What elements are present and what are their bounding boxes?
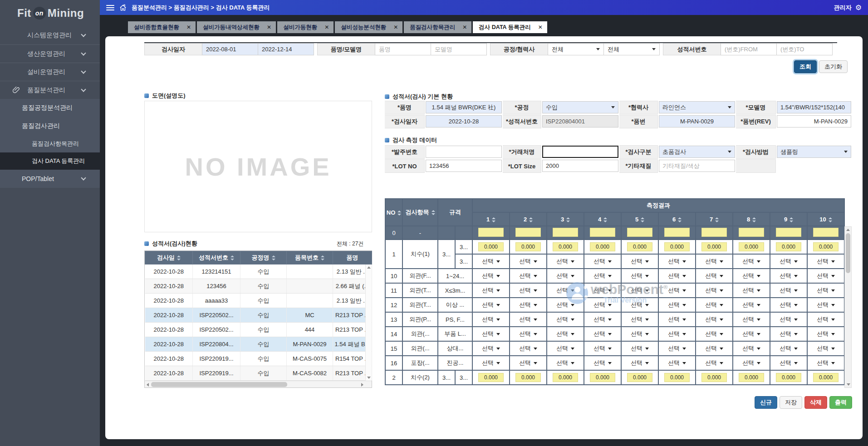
close-icon[interactable]: ✕ bbox=[324, 24, 329, 30]
measurement-value-input[interactable]: 0.000 bbox=[813, 242, 839, 251]
delete-button[interactable]: 삭제 bbox=[804, 396, 827, 409]
sidebar-item-system-mgmt[interactable]: 시스템운영관리 bbox=[0, 26, 100, 44]
sidebar-item-inspection-data-registration[interactable]: 검사 DATA 등록관리 bbox=[0, 152, 100, 170]
scroll-right-icon[interactable] bbox=[361, 383, 363, 387]
measurement-select[interactable]: 선택 bbox=[482, 344, 500, 353]
date-from-input[interactable]: 2022-08-01 bbox=[202, 43, 258, 55]
measurement-select[interactable]: 선택 bbox=[742, 301, 760, 309]
process-field-select[interactable]: 수입 bbox=[542, 101, 618, 113]
new-button[interactable]: 신규 bbox=[755, 396, 777, 409]
measurement-select[interactable]: 선택 bbox=[519, 257, 537, 265]
measurement-col-header[interactable]: 3 bbox=[547, 212, 584, 226]
column-header-report-no[interactable]: 성적서번호 bbox=[193, 251, 240, 265]
tab-performance-analysis[interactable]: 설비성능분석현황 ✕ bbox=[335, 21, 402, 33]
measurement-select[interactable]: 선택 bbox=[742, 344, 760, 353]
measurement-select[interactable]: 선택 bbox=[556, 344, 574, 353]
measurement-select[interactable]: 선택 bbox=[742, 315, 760, 323]
tab-operation-detail[interactable]: 설비가동내역상세현황 ✕ bbox=[197, 21, 276, 33]
measurement-value-input[interactable] bbox=[701, 228, 727, 237]
measurement-select[interactable]: 선택 bbox=[780, 344, 798, 353]
measurement-select[interactable]: 선택 bbox=[705, 301, 723, 309]
report-no-from-input[interactable] bbox=[721, 43, 777, 55]
part-rev-field[interactable]: M-PAN-0029 bbox=[777, 115, 851, 127]
sidebar-item-production-mgmt[interactable]: 생산운영관리 bbox=[0, 44, 100, 63]
measurement-value-input[interactable] bbox=[553, 228, 578, 237]
order-no-field[interactable] bbox=[426, 146, 502, 158]
measurement-select[interactable]: 선택 bbox=[705, 359, 723, 367]
measurement-select[interactable]: 선택 bbox=[593, 257, 612, 265]
measurement-select[interactable]: 선택 bbox=[556, 272, 574, 280]
measurement-select[interactable]: 선택 bbox=[519, 272, 537, 280]
column-header-no[interactable]: NO bbox=[385, 199, 402, 226]
measurement-select[interactable]: 선택 bbox=[817, 330, 835, 338]
measurement-select[interactable]: 선택 bbox=[631, 272, 649, 280]
measurement-select[interactable]: 선택 bbox=[742, 257, 760, 265]
inspection-type-select[interactable]: 초품검사 bbox=[659, 146, 735, 158]
close-icon[interactable]: ✕ bbox=[538, 24, 543, 30]
sidebar-item-quality-process-analysis[interactable]: 품질공정분석관리 bbox=[0, 99, 100, 117]
inspection-method-select[interactable]: 샘플링 bbox=[777, 146, 851, 158]
partner-field-select[interactable]: 라인언스 bbox=[659, 101, 735, 113]
column-header-item-name[interactable]: 품명 bbox=[333, 251, 372, 265]
measurement-select[interactable]: 선택 bbox=[482, 330, 500, 338]
lot-no-field[interactable]: 123456 bbox=[426, 160, 502, 172]
report-list-horizontal-scrollbar[interactable] bbox=[145, 381, 372, 387]
measurement-select[interactable]: 선택 bbox=[705, 286, 723, 294]
measurement-select[interactable]: 선택 bbox=[482, 257, 500, 265]
measurement-select[interactable]: 선택 bbox=[668, 272, 686, 280]
measurement-value-input[interactable]: 0.000 bbox=[739, 242, 764, 251]
scroll-up-icon[interactable] bbox=[367, 266, 371, 269]
measurement-select[interactable]: 선택 bbox=[817, 286, 835, 294]
model-field[interactable]: 1.54"/BWR/152*152(140 bbox=[777, 101, 851, 113]
measurement-select[interactable]: 선택 bbox=[780, 272, 798, 280]
measurement-select[interactable]: 선택 bbox=[705, 330, 723, 338]
measurement-value-input[interactable] bbox=[478, 228, 504, 237]
measurement-select[interactable]: 선택 bbox=[817, 344, 835, 353]
measurement-select[interactable]: 선택 bbox=[482, 272, 500, 280]
close-icon[interactable]: ✕ bbox=[186, 24, 191, 30]
home-icon[interactable] bbox=[119, 4, 127, 12]
measurement-select[interactable]: 선택 bbox=[742, 359, 760, 367]
measurement-select[interactable]: 선택 bbox=[705, 315, 723, 323]
measurement-select[interactable]: 선택 bbox=[705, 257, 723, 265]
measurement-select[interactable]: 선택 bbox=[556, 359, 574, 367]
measurement-select[interactable]: 선택 bbox=[780, 301, 798, 309]
tab-inspection-item-mgmt[interactable]: 품질검사항목관리 ✕ bbox=[404, 21, 471, 33]
measurement-select[interactable]: 선택 bbox=[556, 257, 574, 265]
measurement-select[interactable]: 선택 bbox=[780, 330, 798, 338]
measurement-value-input[interactable] bbox=[515, 228, 541, 237]
measurement-value-input[interactable]: 0.000 bbox=[701, 242, 727, 251]
measurement-value-input[interactable] bbox=[627, 228, 652, 237]
measurement-value-input[interactable]: 0.000 bbox=[590, 373, 615, 382]
sidebar-item-pop-tablet[interactable]: POP/Tablet bbox=[0, 170, 100, 188]
measurement-value-input[interactable]: 0.000 bbox=[478, 242, 504, 251]
scroll-down-icon[interactable] bbox=[847, 383, 850, 386]
item-name-input[interactable] bbox=[375, 43, 431, 55]
measurement-value-input[interactable] bbox=[739, 228, 764, 237]
measurement-select[interactable]: 선택 bbox=[556, 301, 574, 309]
measurement-value-input[interactable]: 0.000 bbox=[739, 373, 764, 382]
gear-icon[interactable]: ⚙ bbox=[855, 4, 862, 11]
measurement-col-header[interactable]: 7 bbox=[696, 212, 733, 226]
reset-button[interactable]: 초기화 bbox=[819, 60, 848, 73]
measurement-value-input[interactable]: 0.000 bbox=[664, 242, 690, 251]
close-icon[interactable]: ✕ bbox=[462, 24, 467, 30]
measurement-value-input[interactable]: 0.000 bbox=[590, 242, 615, 251]
report-list-vertical-scrollbar[interactable] bbox=[365, 265, 372, 381]
measurement-select[interactable]: 선택 bbox=[705, 344, 723, 353]
measurement-value-input[interactable] bbox=[776, 228, 801, 237]
measurement-col-header[interactable]: 8 bbox=[733, 212, 770, 226]
measurement-col-header[interactable]: 6 bbox=[658, 212, 696, 226]
inspection-date-field[interactable]: 2022-10-28 bbox=[426, 115, 502, 127]
measurement-select[interactable]: 선택 bbox=[593, 272, 612, 280]
table-row[interactable]: 2022-10-28ISP220804...수입M-PAN-00291.54 패… bbox=[145, 337, 372, 352]
lot-size-field[interactable]: 2000 bbox=[542, 160, 618, 172]
measurement-value-input[interactable] bbox=[813, 228, 839, 237]
measurement-select[interactable]: 선택 bbox=[817, 257, 835, 265]
sidebar-item-equipment-mgmt[interactable]: 설비운영관리 bbox=[0, 63, 100, 81]
measurement-value-input[interactable]: 0.000 bbox=[701, 373, 727, 382]
measurement-select[interactable]: 선택 bbox=[482, 286, 500, 294]
table-row[interactable]: 2022-10-28ISP220919...수입M-CAS-0082R213 T… bbox=[145, 366, 372, 381]
column-header-inspection-item[interactable]: 검사항목 bbox=[402, 199, 438, 226]
measurement-select[interactable]: 선택 bbox=[519, 359, 537, 367]
